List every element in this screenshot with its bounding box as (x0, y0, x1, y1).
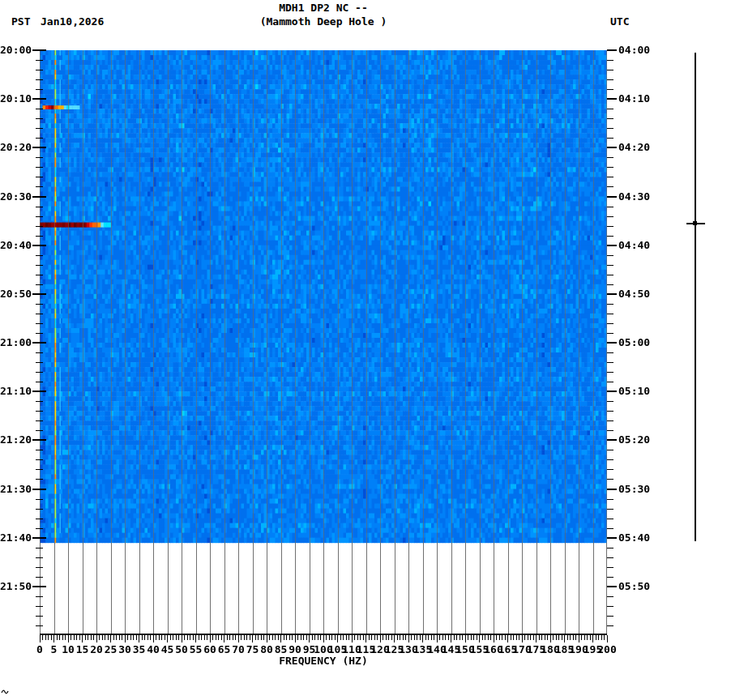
freq-minor-tick (383, 635, 383, 640)
freq-minor-tick (499, 635, 500, 640)
freq-minor-tick (533, 635, 534, 640)
freq-minor-tick (201, 635, 202, 640)
right-major-tick (607, 586, 617, 587)
freq-major-tick (167, 635, 168, 642)
freq-major-tick (96, 635, 97, 642)
freq-major-tick (394, 635, 395, 642)
page-subtitle: (Mammoth Deep Hole ) (40, 16, 607, 27)
right-minor-tick (607, 606, 613, 607)
freq-tick-label: 20 (84, 644, 109, 655)
page-title: MDH1 DP2 NC -- (40, 2, 607, 13)
right-minor-tick (607, 430, 613, 431)
x-axis-title: FREQUENCY (HZ) (40, 655, 607, 666)
freq-tick-label: 90 (283, 644, 307, 655)
freq-minor-tick (233, 635, 233, 640)
right-minor-tick (607, 265, 613, 266)
freq-minor-tick (558, 635, 559, 640)
right-major-tick (607, 293, 617, 295)
freq-tick-label: 200 (595, 644, 619, 655)
right-major-tick (607, 245, 617, 246)
freq-minor-tick (62, 635, 63, 640)
freq-major-tick (465, 635, 466, 642)
freq-minor-tick (326, 635, 327, 640)
amplitude-trace-line (695, 53, 696, 541)
right-minor-tick (607, 323, 613, 324)
freq-minor-tick (48, 635, 49, 640)
right-minor-tick (607, 236, 613, 237)
freq-minor-tick (357, 635, 358, 640)
freq-tick-label: 110 (340, 644, 364, 655)
freq-minor-tick (136, 635, 137, 640)
freq-major-tick (337, 635, 338, 642)
freq-tick-label: 140 (425, 644, 449, 655)
freq-minor-tick (59, 635, 60, 640)
freq-major-tick (182, 635, 182, 642)
right-minor-tick (607, 304, 613, 305)
freq-minor-tick (513, 635, 514, 640)
freq-minor-tick (485, 635, 485, 640)
freq-minor-tick (144, 635, 145, 640)
left-time-label: 20:20 (0, 142, 31, 152)
freq-tick-label: 100 (311, 644, 336, 655)
freq-minor-tick (142, 635, 143, 640)
freq-minor-tick (286, 635, 287, 640)
freq-minor-tick (312, 635, 313, 640)
freq-minor-tick (473, 635, 474, 640)
freq-tick-label: 35 (127, 644, 152, 655)
freq-major-tick (451, 635, 451, 642)
freq-minor-tick (159, 635, 160, 640)
freq-major-tick (592, 635, 593, 642)
freq-tick-label: 30 (113, 644, 137, 655)
freq-minor-tick (45, 635, 46, 640)
freq-minor-tick (545, 635, 545, 640)
freq-minor-tick (297, 635, 298, 640)
freq-minor-tick (329, 635, 330, 640)
freq-minor-tick (314, 635, 315, 640)
freq-major-tick (224, 635, 224, 642)
left-time-label: 21:10 (0, 386, 31, 396)
freq-major-tick (437, 635, 438, 642)
freq-major-tick (309, 635, 310, 642)
right-minor-tick (607, 459, 613, 460)
trace-event-node (693, 221, 697, 225)
right-minor-tick (607, 128, 613, 129)
freq-major-tick (607, 635, 608, 642)
right-minor-tick (607, 118, 613, 119)
freq-minor-tick (460, 635, 460, 640)
right-minor-tick (607, 138, 613, 139)
right-time-label: 04:20 (618, 142, 650, 152)
freq-minor-tick (570, 635, 571, 640)
spectrogram-page: PST Jan10,2026 MDH1 DP2 NC -- (Mammoth D… (0, 0, 731, 700)
freq-minor-tick (255, 635, 256, 640)
freq-minor-tick (130, 635, 131, 640)
freq-major-tick (366, 635, 366, 642)
right-major-tick (607, 342, 617, 344)
right-minor-tick (607, 89, 613, 90)
freq-tick-label: 150 (453, 644, 477, 655)
right-minor-tick (607, 557, 613, 558)
spectrogram-canvas (40, 50, 607, 635)
right-minor-tick (607, 372, 613, 373)
left-time-label: 20:40 (0, 240, 31, 250)
freq-minor-tick (420, 635, 421, 640)
freq-major-tick (507, 635, 508, 642)
right-minor-tick (607, 314, 613, 314)
freq-major-tick (110, 635, 111, 642)
freq-tick-label: 160 (481, 644, 506, 655)
freq-minor-tick (369, 635, 370, 640)
right-time-label: 04:50 (618, 288, 650, 299)
freq-minor-tick (244, 635, 245, 640)
freq-minor-tick (218, 635, 219, 640)
freq-major-tick (195, 635, 196, 642)
left-time-label: 21:50 (0, 581, 31, 591)
freq-minor-tick (269, 635, 270, 640)
right-minor-tick (607, 207, 613, 207)
freq-minor-tick (235, 635, 236, 640)
freq-minor-tick (547, 635, 548, 640)
freq-minor-tick (462, 635, 463, 640)
right-minor-tick (607, 411, 613, 412)
freq-minor-tick (587, 635, 588, 640)
right-minor-tick (607, 420, 613, 421)
freq-major-tick (579, 635, 579, 642)
freq-minor-tick (541, 635, 542, 640)
